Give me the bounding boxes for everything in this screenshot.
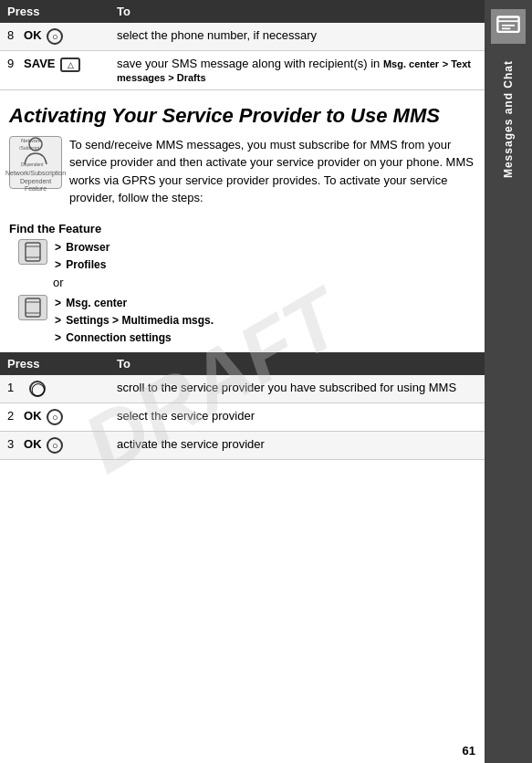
svg-text:/Subscript: /Subscript: [19, 145, 40, 151]
table-row: 8 OK ○ select the phone number, if neces…: [0, 23, 485, 51]
press-cell-3: 3 OK ○: [0, 432, 110, 460]
feature-path-1: > Browser > Profiles: [9, 239, 475, 274]
to-cell-2: select the service provider: [110, 403, 485, 432]
key-save-9: SAVE: [24, 57, 55, 70]
bottom-table-header-to: To: [110, 352, 485, 375]
table-row: 3 OK ○ activate the service provider: [0, 432, 485, 460]
press-cell-2: 2 OK ○: [0, 403, 110, 432]
ok-circle-icon-3: ○: [47, 437, 63, 454]
table-row: 2 OK ○ select the service provider: [0, 403, 485, 432]
row-number: 1: [7, 382, 14, 395]
scroll-circle-icon: ◯: [29, 381, 46, 397]
svg-rect-0: [497, 17, 518, 32]
row-number: 3: [7, 438, 14, 452]
section-title: Activating Your Service Provider to Use …: [0, 90, 485, 136]
sidebar: Messages and Chat: [485, 0, 532, 763]
svg-text:Feature: Feature: [23, 167, 38, 168]
press-cell-8: 8 OK ○: [0, 23, 110, 51]
messages-icon: [491, 9, 526, 44]
top-table-header-press: Press: [0, 0, 110, 23]
bottom-press-table: Press To 1 ◯ scroll to the service provi…: [0, 352, 485, 460]
to-cell-3: activate the service provider: [110, 432, 485, 460]
sidebar-label: Messages and Chat: [502, 60, 515, 178]
press-cell-9: 9 SAVE △: [0, 51, 110, 90]
svg-rect-9: [26, 243, 40, 261]
save-rect-icon-9: △: [60, 57, 80, 72]
page-number: 61: [463, 744, 475, 758]
path-text-2: > Msg. center > Settings > Multimedia ms…: [53, 295, 214, 348]
key-ok-3: OK: [24, 438, 42, 452]
find-feature-label: Find the Feature: [9, 222, 101, 235]
press-cell-1: 1 ◯: [0, 375, 110, 403]
bottom-table-header-press: Press: [0, 352, 110, 375]
ok-circle-icon-2: ○: [47, 409, 63, 425]
row-number: 2: [7, 410, 14, 423]
body-paragraph: To send/receive MMS messages, you must s…: [69, 136, 475, 207]
or-separator: or: [9, 274, 475, 291]
svg-text:Network: Network: [21, 138, 42, 143]
svg-rect-12: [26, 298, 40, 317]
table-row: 1 ◯ scroll to the service provider you h…: [0, 375, 485, 403]
table-row: 9 SAVE △ save your SMS message along wit…: [0, 51, 485, 90]
key-ok-8: OK: [24, 28, 42, 42]
top-table-header-to: To: [110, 0, 485, 23]
ok-circle-icon-8: ○: [47, 28, 63, 45]
phone-screen-icon-2: [18, 295, 47, 320]
to-cell-1: scroll to the service provider you have …: [110, 375, 485, 403]
row-number: 8: [7, 28, 14, 42]
to-cell-9: save your SMS message along with recipie…: [110, 51, 485, 90]
feature-path-2: > Msg. center > Settings > Multimedia ms…: [9, 295, 475, 348]
to-cell-8: select the phone number, if necessary: [110, 23, 485, 51]
row-number: 9: [7, 57, 14, 70]
body-section: Network /Subscript Dependent Feature Net…: [0, 136, 485, 216]
key-ok-2: OK: [24, 410, 42, 423]
find-feature-section: Find the Feature > Browser > Profiles or: [0, 216, 485, 353]
network-subscription-icon: Network /Subscript Dependent Feature Net…: [9, 136, 62, 189]
phone-screen-icon-1: [18, 239, 47, 265]
top-press-table: Press To 8 OK ○ select the phone number,…: [0, 0, 485, 90]
main-content: Press To 8 OK ○ select the phone number,…: [0, 0, 485, 763]
path-text-1: > Browser > Profiles: [53, 239, 110, 274]
